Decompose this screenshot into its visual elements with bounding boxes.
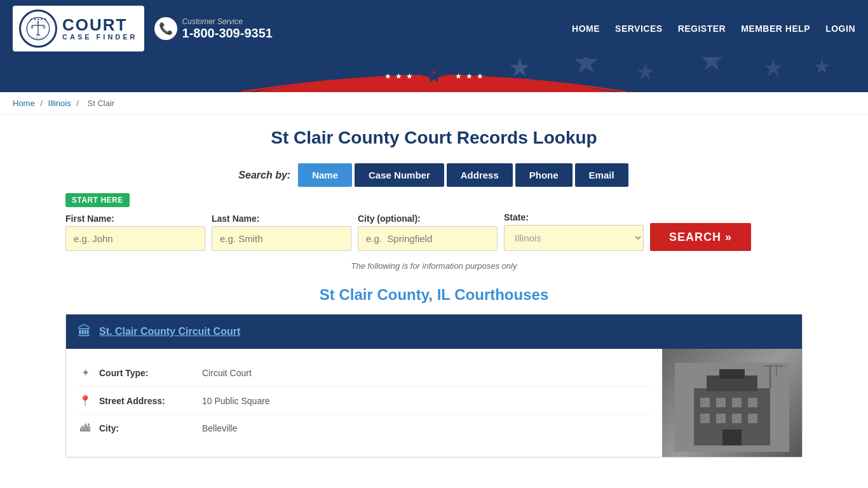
tab-phone[interactable]: Phone: [515, 163, 573, 187]
eagle-banner: ★ ★ ★ ★ ★ ★ ★★★ ★★★: [0, 57, 868, 92]
courthouse-card-body: ✦ Court Type: Circuit Court 📍 Street Add…: [66, 349, 802, 457]
courthouse-image: [662, 349, 802, 457]
search-button[interactable]: SEARCH »: [650, 223, 751, 251]
breadcrumb-state[interactable]: Illinois: [48, 98, 71, 108]
city-value: Belleville: [202, 423, 237, 433]
svg-rect-24: [732, 414, 742, 423]
tab-address[interactable]: Address: [447, 163, 513, 187]
city-icon: 🏙: [79, 423, 92, 434]
page-title: St Clair County Court Records Lookup: [65, 128, 803, 148]
last-name-input[interactable]: [212, 226, 351, 251]
svg-text:★: ★: [635, 59, 655, 84]
last-name-label: Last Name:: [212, 214, 351, 224]
nav-services[interactable]: SERVICES: [615, 24, 663, 34]
breadcrumb-sep-2: /: [76, 98, 81, 108]
svg-text:★: ★: [699, 57, 724, 76]
city-input[interactable]: [358, 226, 498, 251]
main-content: St Clair County Court Records Lookup Sea…: [53, 115, 815, 483]
logo-text: COURT CASE FINDER: [62, 17, 138, 41]
tab-email[interactable]: Email: [575, 163, 628, 187]
logo-emblem: ★ ★ ★ ★ ★ ★ ★ ★ ★ ★: [19, 10, 57, 48]
nav-register[interactable]: REGISTER: [678, 24, 726, 34]
phone-icon: 📞: [154, 17, 177, 40]
site-header: ★ ★ ★ ★ ★ ★ ★ ★ ★ ★ COURT CASE FINDER: [0, 0, 868, 57]
court-type-value: Circuit Court: [202, 368, 252, 378]
courthouse-image-placeholder: [662, 349, 802, 457]
city-group: City (optional):: [358, 214, 498, 251]
svg-point-4: [37, 22, 39, 24]
cs-label: Customer Service: [182, 17, 273, 26]
address-icon: 📍: [79, 395, 92, 407]
svg-text:★: ★: [813, 57, 831, 77]
logo[interactable]: ★ ★ ★ ★ ★ ★ ★ ★ ★ ★ COURT CASE FINDER: [13, 6, 144, 51]
courthouse-card: 🏛 St. Clair County Circuit Court ✦ Court…: [65, 314, 803, 458]
first-name-label: First Name:: [65, 214, 205, 224]
svg-text:★ ★ ★ ★ ★: ★ ★ ★ ★ ★: [30, 17, 47, 21]
street-address-label: Street Address:: [99, 396, 194, 406]
court-type-label: Court Type:: [99, 368, 194, 378]
city-label-detail: City:: [99, 423, 194, 433]
courthouse-card-header: 🏛 St. Clair County Circuit Court: [66, 315, 802, 349]
cs-text: Customer Service 1-800-309-9351: [182, 17, 273, 41]
main-nav: HOME SERVICES REGISTER MEMBER HELP LOGIN: [572, 24, 855, 34]
city-label: City (optional):: [358, 214, 498, 224]
svg-text:★: ★: [763, 57, 784, 81]
first-name-input[interactable]: [65, 226, 205, 251]
last-name-group: Last Name:: [212, 214, 351, 251]
svg-rect-19: [716, 398, 726, 407]
breadcrumb-county: St Clair: [88, 98, 115, 108]
search-by-label: Search by:: [238, 170, 290, 181]
customer-service: 📞 Customer Service 1-800-309-9351: [154, 17, 273, 41]
state-label: State:: [504, 212, 644, 222]
nav-home[interactable]: HOME: [572, 24, 600, 34]
svg-point-13: [432, 67, 436, 72]
logo-court-label: COURT: [62, 17, 138, 33]
svg-rect-21: [748, 398, 757, 407]
svg-rect-23: [716, 414, 726, 423]
courthouse-name-link[interactable]: St. Clair County Circuit Court: [99, 326, 240, 337]
svg-text:★ ★ ★ ★ ★: ★ ★ ★ ★ ★: [32, 37, 44, 39]
stars-right: ★★★: [455, 72, 484, 81]
court-type-row: ✦ Court Type: Circuit Court: [79, 359, 649, 387]
breadcrumb-sep-1: /: [40, 98, 44, 108]
street-address-value: 10 Public Square: [202, 396, 270, 406]
cs-phone: 1-800-309-9351: [182, 26, 273, 41]
svg-rect-18: [700, 398, 710, 407]
nav-member-help[interactable]: MEMBER HELP: [741, 24, 810, 34]
svg-text:★: ★: [572, 57, 600, 80]
courthouses-title: St Clair County, IL Courthouses: [65, 286, 803, 304]
header-left: ★ ★ ★ ★ ★ ★ ★ ★ ★ ★ COURT CASE FINDER: [13, 6, 273, 51]
svg-rect-22: [700, 414, 710, 423]
state-group: State: Illinois Alabama Alaska Arizona A…: [504, 212, 644, 251]
courthouse-details: ✦ Court Type: Circuit Court 📍 Street Add…: [66, 349, 662, 457]
svg-rect-26: [722, 430, 742, 445]
search-by-row: Search by: Name Case Number Address Phon…: [65, 163, 803, 187]
search-form: First Name: Last Name: City (optional): …: [65, 212, 803, 251]
svg-rect-25: [748, 414, 757, 423]
breadcrumb: Home / Illinois / St Clair: [0, 92, 868, 115]
tab-case-number[interactable]: Case Number: [355, 163, 444, 187]
city-row: 🏙 City: Belleville: [79, 415, 649, 442]
court-type-icon: ✦: [79, 367, 92, 379]
start-here-badge: START HERE: [65, 193, 130, 207]
street-address-row: 📍 Street Address: 10 Public Square: [79, 387, 649, 415]
logo-case-finder-label: CASE FINDER: [62, 33, 138, 41]
svg-text:★: ★: [508, 57, 531, 81]
breadcrumb-home[interactable]: Home: [13, 98, 35, 108]
info-note: The following is for information purpose…: [65, 261, 803, 271]
nav-login[interactable]: LOGIN: [825, 24, 855, 34]
svg-rect-17: [719, 369, 745, 379]
courthouse-icon: 🏛: [78, 323, 92, 340]
eagle-emblem-banner: ★★★ ★★★: [384, 65, 484, 87]
tab-name[interactable]: Name: [298, 163, 352, 187]
state-select[interactable]: Illinois Alabama Alaska Arizona Arkansas…: [504, 225, 644, 251]
svg-rect-20: [732, 398, 742, 407]
first-name-group: First Name:: [65, 214, 205, 251]
stars-left: ★★★: [384, 72, 413, 81]
